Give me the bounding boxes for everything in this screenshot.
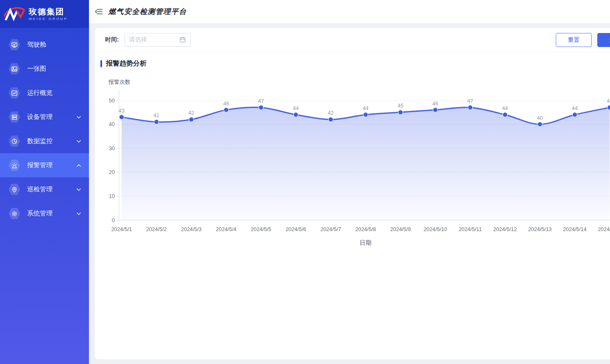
query-button[interactable]: 查询 [597, 33, 610, 47]
x-tick-label: 2024/5/6 [286, 226, 306, 232]
x-tick-label: 2024/5/12 [493, 226, 517, 232]
sidebar-item-label: 数据监控 [27, 137, 53, 145]
chevron-down-icon [76, 139, 81, 144]
main-card: 时间: 请选择 重置 查询 报警趋势分析 报警次数 01020304050432… [95, 28, 610, 359]
overview-icon [8, 87, 20, 99]
sidebar-item-label: 驾驶舱 [27, 41, 46, 49]
svg-text:44: 44 [572, 105, 578, 111]
sidebar-item-overview[interactable]: 运行概览 [0, 81, 89, 105]
logo-title: 玫德集团 [29, 7, 68, 17]
section-accent-bar [100, 60, 102, 67]
x-tick-label: 2024/5/9 [390, 226, 411, 232]
device-icon [8, 111, 20, 123]
page-title: 燃气安全检测管理平台 [108, 7, 187, 17]
x-tick-label: 2024/5/5 [251, 226, 272, 232]
svg-text:45: 45 [397, 103, 403, 109]
x-tick-label: 2024/5/14 [563, 226, 587, 232]
logo-mark-icon [3, 5, 26, 23]
x-tick-label: 2024/5/11 [459, 226, 482, 232]
location-icon [8, 184, 20, 196]
data-point[interactable] [363, 112, 368, 117]
x-tick-label: 2024/5/7 [320, 226, 341, 232]
x-tick-label: 2024/5/10 [424, 226, 447, 232]
svg-text:47: 47 [467, 98, 473, 104]
logo-subtitle: MEIDE GROUP [29, 17, 68, 21]
sidebar-item-data[interactable]: 数据监控 [0, 129, 89, 153]
svg-text:47: 47 [607, 98, 610, 104]
map-icon [8, 63, 20, 75]
sidebar-item-system[interactable]: 系统管理 [0, 201, 89, 226]
data-point[interactable] [259, 105, 263, 110]
chevron-down-icon [76, 187, 81, 192]
svg-text:50: 50 [109, 98, 115, 104]
sidebar-item-map[interactable]: 一张图 [0, 57, 89, 81]
x-tick-label: 2024/5/2 [146, 226, 167, 232]
svg-text:46: 46 [433, 101, 438, 107]
alarm-trend-chart: 报警次数 01020304050432024/5/1412024/5/24220… [95, 70, 610, 307]
svg-text:40: 40 [537, 115, 543, 121]
data-point[interactable] [398, 110, 403, 115]
data-point[interactable] [154, 119, 159, 124]
sidebar-item-label: 巡检管理 [27, 185, 53, 193]
section-title: 报警趋势分析 [106, 59, 147, 68]
svg-text:41: 41 [153, 113, 159, 119]
calendar-icon[interactable] [179, 36, 186, 43]
svg-text:47: 47 [258, 98, 264, 104]
sidebar-item-device[interactable]: 设备管理 [0, 105, 89, 129]
x-tick-label: 2024/5/1 [111, 226, 132, 232]
svg-text:30: 30 [109, 146, 115, 152]
data-point[interactable] [572, 112, 577, 117]
chevron-up-icon [76, 163, 81, 168]
data-point[interactable] [294, 112, 298, 117]
svg-text:40: 40 [109, 121, 115, 127]
time-picker-input[interactable]: 请选择 [125, 33, 191, 47]
sidebar-item-label: 系统管理 [27, 210, 53, 218]
data-point[interactable] [468, 105, 473, 110]
svg-text:44: 44 [363, 105, 369, 111]
sidebar-item-label: 报警管理 [27, 161, 53, 169]
svg-text:0: 0 [112, 218, 115, 223]
dashboard-icon [8, 39, 20, 51]
svg-text:43: 43 [119, 108, 125, 114]
svg-text:42: 42 [328, 110, 334, 116]
x-tick-label: 2024/5/4 [216, 226, 237, 232]
sidebar: 玫德集团 MEIDE GROUP 驾驶舱 一张图 运行概览 设备管理 数据监控 [0, 0, 89, 364]
data-point[interactable] [328, 117, 333, 122]
sidebar-item-label: 一张图 [27, 65, 46, 73]
data-point[interactable] [189, 117, 194, 122]
pie-icon [8, 135, 20, 147]
x-tick-label: 2024/5/8 [355, 226, 376, 232]
data-point[interactable] [503, 112, 507, 117]
logo-text: 玫德集团 MEIDE GROUP [29, 7, 68, 21]
svg-text:44: 44 [502, 105, 508, 111]
sidebar-item-label: 运行概览 [27, 89, 53, 97]
alarm-icon [8, 160, 20, 171]
data-point[interactable] [224, 108, 228, 112]
sidebar-item-inspection[interactable]: 巡检管理 [0, 177, 89, 201]
svg-text:10: 10 [109, 193, 115, 199]
sidebar-item-cockpit[interactable]: 驾驶舱 [0, 33, 89, 57]
x-tick-label: 2024/5/3 [181, 226, 202, 232]
data-point[interactable] [119, 115, 124, 119]
data-point[interactable] [538, 122, 542, 127]
x-tick-label: 2024/5/13 [528, 226, 552, 232]
svg-text:44: 44 [293, 105, 299, 111]
time-label: 时间: [105, 36, 119, 44]
gear-icon [8, 208, 20, 220]
svg-text:46: 46 [223, 101, 229, 107]
time-placeholder: 请选择 [129, 36, 147, 44]
topbar: 燃气安全检测管理平台 [89, 0, 610, 23]
reset-button[interactable]: 重置 [556, 33, 592, 47]
data-point[interactable] [607, 105, 610, 110]
data-point[interactable] [433, 108, 438, 112]
chevron-down-icon [76, 211, 81, 216]
sidebar-item-label: 设备管理 [27, 113, 53, 121]
collapse-sidebar-icon[interactable] [95, 8, 103, 15]
svg-text:42: 42 [189, 110, 194, 116]
logo: 玫德集团 MEIDE GROUP [0, 0, 89, 28]
sidebar-menu: 驾驶舱 一张图 运行概览 设备管理 数据监控 报警管理 [0, 28, 89, 226]
svg-text:20: 20 [109, 169, 115, 175]
sidebar-item-alarm[interactable]: 报警管理 [0, 153, 89, 177]
line-chart-canvas: 01020304050432024/5/1412024/5/2422024/5/… [95, 85, 610, 262]
x-tick-label: 2024/5/15 [598, 226, 610, 232]
